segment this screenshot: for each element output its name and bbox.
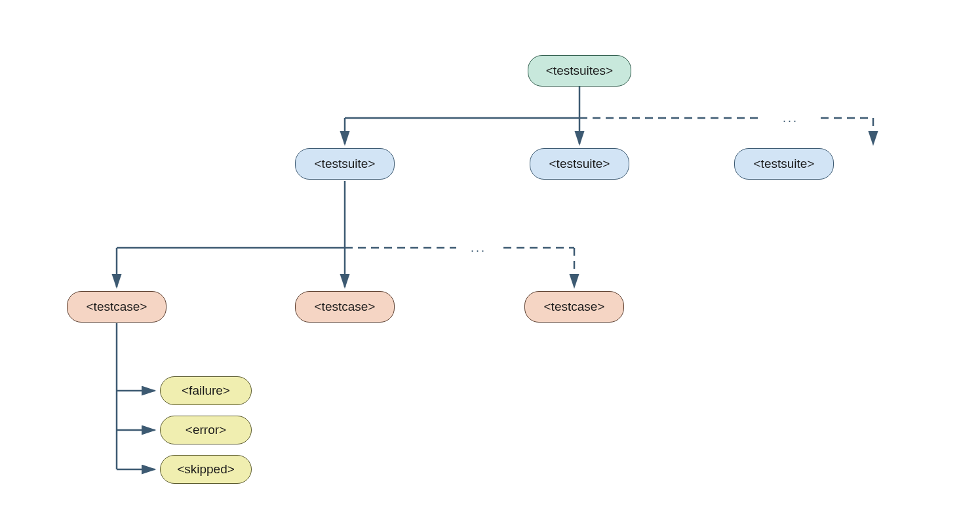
ellipsis-cases: ... — [471, 241, 486, 255]
label: <error> — [186, 423, 226, 437]
node-failure: <failure> — [160, 376, 252, 405]
label: <failure> — [182, 384, 230, 398]
node-error: <error> — [160, 416, 252, 444]
label: <testcase> — [544, 300, 605, 314]
label: <testcase> — [315, 300, 376, 314]
node-skipped: <skipped> — [160, 455, 252, 484]
label: <skipped> — [177, 462, 235, 477]
ellipsis-suites: ... — [783, 111, 798, 125]
label: <testsuite> — [315, 157, 376, 171]
node-testcase-2: <testcase> — [295, 291, 395, 323]
node-testsuite-3: <testsuite> — [734, 148, 834, 180]
node-testcase-3: <testcase> — [524, 291, 624, 323]
label: <testcase> — [87, 300, 147, 314]
connector-layer — [0, 0, 980, 531]
label: <testsuites> — [546, 64, 613, 78]
label: <testsuite> — [549, 157, 610, 171]
node-testsuite-2: <testsuite> — [530, 148, 629, 180]
node-testsuite-1: <testsuite> — [295, 148, 395, 180]
node-testcase-1: <testcase> — [67, 291, 167, 323]
label: <testsuite> — [754, 157, 815, 171]
node-testsuites: <testsuites> — [528, 55, 631, 87]
